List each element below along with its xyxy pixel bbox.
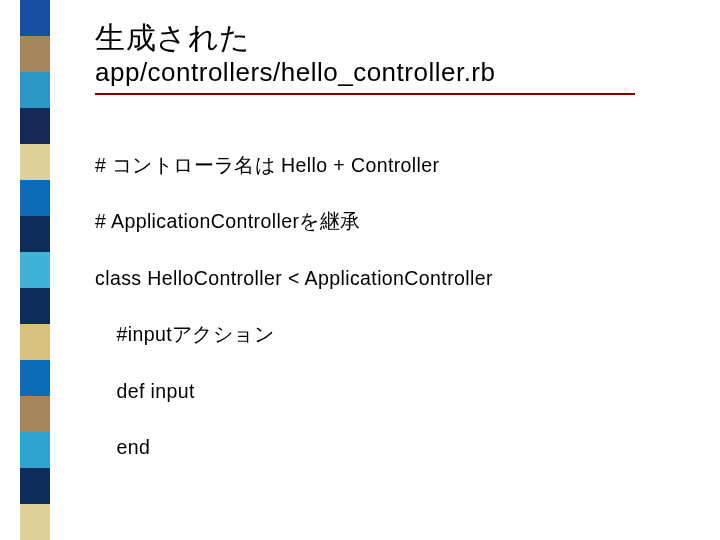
accent-segment [20, 144, 50, 180]
code-block: # コントローラ名は Hello + Controller # Applicat… [95, 123, 680, 541]
accent-segment [20, 468, 50, 504]
accent-segment [20, 180, 50, 216]
code-text: #inputアクション [116, 323, 274, 345]
accent-segment [20, 504, 50, 540]
side-accent-bar [20, 0, 50, 540]
accent-segment [20, 432, 50, 468]
code-line: end [95, 433, 680, 461]
accent-segment [20, 324, 50, 360]
accent-segment [20, 252, 50, 288]
accent-segment [20, 0, 50, 36]
accent-segment [20, 396, 50, 432]
code-line: # コントローラ名は Hello + Controller [95, 151, 680, 179]
title-path: app/controllers/hello_controller.rb [95, 56, 680, 89]
slide: 生成された app/controllers/hello_controller.r… [0, 0, 720, 540]
title-jp: 生成された [95, 20, 680, 56]
code-text: end [116, 436, 150, 458]
accent-segment [20, 36, 50, 72]
content-area: 生成された app/controllers/hello_controller.r… [95, 20, 680, 540]
code-line: def input [95, 377, 680, 405]
accent-segment [20, 216, 50, 252]
accent-segment [20, 288, 50, 324]
accent-segment [20, 360, 50, 396]
accent-segment [20, 72, 50, 108]
blank-line [95, 490, 680, 518]
code-text: def input [116, 380, 194, 402]
code-line: # ApplicationControllerを継承 [95, 207, 680, 235]
code-line: class HelloController < ApplicationContr… [95, 264, 680, 292]
accent-segment [20, 108, 50, 144]
code-line: #inputアクション [95, 320, 680, 348]
title-underline [95, 93, 635, 95]
